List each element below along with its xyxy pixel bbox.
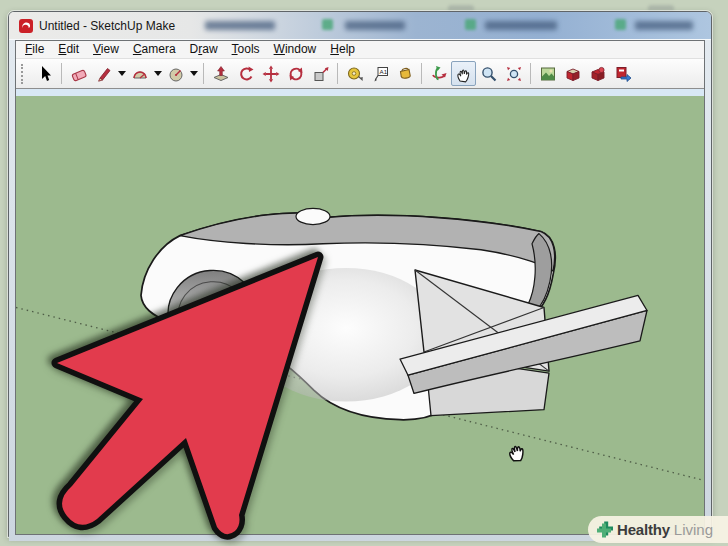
tool-eraser-button[interactable] [66, 61, 91, 86]
glass-blur-favicon [322, 19, 333, 30]
tape-measure-icon [346, 65, 364, 83]
follow-me-icon [237, 65, 255, 83]
menu-view[interactable]: View [86, 41, 126, 58]
push-pull-icon [212, 65, 230, 83]
sketchup-logo-icon [19, 19, 33, 33]
send-to-layout-icon [614, 65, 632, 83]
select-arrow-icon [36, 65, 54, 83]
toolbar-separator [530, 63, 531, 84]
tool-select-button[interactable] [32, 61, 57, 86]
glass-blur-favicon [615, 19, 626, 30]
menu-draw[interactable]: Draw [183, 41, 225, 58]
tool-zoom-button[interactable] [476, 61, 501, 86]
add-location-icon [539, 65, 557, 83]
tool-scale-button[interactable] [308, 61, 333, 86]
viewport-sky-strip [16, 89, 704, 96]
tool-follow-me-button[interactable] [233, 61, 258, 86]
eraser-icon [70, 65, 88, 83]
glass-blur-artifact [345, 21, 405, 30]
menu-tools[interactable]: Tools [225, 41, 267, 58]
move-icon [262, 65, 280, 83]
share-model-icon [589, 65, 607, 83]
toolbar-separator [337, 63, 338, 84]
toolbar-getting-started: A1 [16, 59, 704, 89]
model-deck-notch [296, 208, 330, 224]
glass-blur-artifact [205, 21, 275, 30]
dimensions-a1-icon: A1 [371, 65, 389, 83]
zoom-extents-icon [505, 65, 523, 83]
tool-move-button[interactable] [258, 61, 283, 86]
menu-help[interactable]: Help [323, 41, 362, 58]
toolbar-separator [61, 63, 62, 84]
tool-zoom-extents-button[interactable] [501, 61, 526, 86]
arc-flyout-arrow[interactable] [152, 61, 163, 86]
viewport-3d[interactable] [16, 89, 704, 534]
menubar: File Edit View Camera Draw Tools Window … [16, 41, 704, 59]
tool-add-location-button[interactable] [535, 61, 560, 86]
chevron-down-icon [154, 71, 162, 76]
tool-send-to-layout-button[interactable] [610, 61, 635, 86]
viewport-scene [16, 89, 704, 534]
pan-hand-icon [455, 65, 473, 83]
chevron-down-icon [190, 71, 198, 76]
tool-tape-measure-button[interactable] [342, 61, 367, 86]
toolbar-separator [421, 63, 422, 84]
tool-line-button[interactable] [91, 61, 116, 86]
tool-orbit-button[interactable] [426, 61, 451, 86]
tool-rotate-button[interactable] [283, 61, 308, 86]
line-flyout-arrow[interactable] [116, 61, 127, 86]
chevron-down-icon [118, 71, 126, 76]
tool-share-model-button[interactable] [585, 61, 610, 86]
watermark-brand-light: Living [674, 521, 713, 538]
tool-circle-button[interactable] [163, 61, 188, 86]
scale-icon [312, 65, 330, 83]
rotate-icon [287, 65, 305, 83]
tool-get-models-button[interactable] [560, 61, 585, 86]
menu-camera[interactable]: Camera [126, 41, 183, 58]
tool-paint-bucket-button[interactable] [392, 61, 417, 86]
watermark-healthy-living: Healthy Living [588, 516, 728, 543]
svg-text:A1: A1 [379, 68, 387, 75]
get-models-icon [564, 65, 582, 83]
arc-icon [131, 65, 149, 83]
pencil-icon [95, 65, 113, 83]
glass-blur-artifact [635, 21, 693, 30]
plus-icon [595, 521, 613, 539]
zoom-magnifier-icon [480, 65, 498, 83]
glass-blur-favicon [465, 19, 476, 30]
titlebar[interactable]: Untitled - SketchUp Make [9, 12, 711, 40]
circle-icon [167, 65, 185, 83]
sketchup-window: Untitled - SketchUp Make File Edit View … [8, 11, 712, 537]
tool-pan-button[interactable] [451, 61, 476, 86]
tool-dimensions-button[interactable]: A1 [367, 61, 392, 86]
circle-flyout-arrow[interactable] [188, 61, 199, 86]
screenshot-root: Untitled - SketchUp Make File Edit View … [0, 0, 728, 546]
window-title: Untitled - SketchUp Make [39, 19, 175, 33]
toolbar-grip[interactable] [21, 64, 27, 84]
tool-push-pull-button[interactable] [208, 61, 233, 86]
menu-window[interactable]: Window [267, 41, 324, 58]
menu-file[interactable]: File [18, 41, 51, 58]
glass-blur-artifact [485, 21, 557, 30]
menu-edit[interactable]: Edit [51, 41, 86, 58]
watermark-brand-bold: Healthy [617, 521, 670, 538]
orbit-icon [430, 65, 448, 83]
paint-bucket-icon [396, 65, 414, 83]
tool-arc-button[interactable] [127, 61, 152, 86]
toolbar-separator [203, 63, 204, 84]
